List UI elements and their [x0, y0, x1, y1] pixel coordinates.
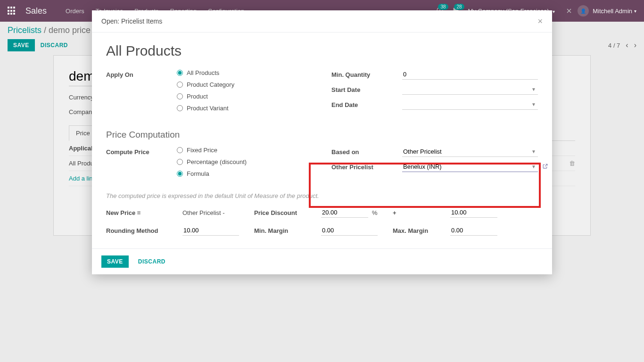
modal-header: Open: Pricelist Items × [92, 10, 552, 33]
end-date-label: End Date [331, 99, 402, 108]
discount-label: Price Discount [254, 209, 306, 216]
surcharge-input[interactable] [450, 207, 497, 218]
min-margin-label: Min. Margin [254, 227, 306, 234]
discount-input[interactable] [321, 207, 368, 218]
price-formula-section: New Price = Rounding Method Other Pricel… [106, 206, 538, 237]
modal-footer: SAVE DISCARD [92, 248, 552, 274]
apply-on-product[interactable]: Product [177, 93, 313, 100]
min-margin-input[interactable] [321, 225, 378, 236]
start-date-input[interactable] [402, 84, 538, 95]
price-computation-heading: Price Computation [106, 130, 538, 140]
apply-on-category[interactable]: Product Category [177, 81, 313, 88]
apply-on-radios: All Products Product Category Product Pr… [177, 69, 313, 116]
compute-formula[interactable]: Formula [177, 170, 313, 177]
max-margin-label: Max. Margin [393, 227, 435, 234]
modal-title: Open: Pricelist Items [101, 17, 162, 25]
modal-discard-button[interactable]: DISCARD [132, 255, 171, 268]
close-icon[interactable]: × [537, 17, 543, 25]
rounding-input[interactable] [182, 225, 239, 236]
help-text: The computed price is expressed in the d… [106, 192, 538, 199]
pricelist-item-modal: Open: Pricelist Items × All Products App… [92, 10, 552, 274]
compute-price-label: Compute Price [106, 147, 177, 156]
external-link-icon[interactable] [542, 163, 548, 171]
start-date-label: Start Date [331, 84, 402, 93]
based-on-select[interactable] [402, 147, 538, 157]
rounding-label: Rounding Method [106, 227, 167, 234]
compute-fixed[interactable]: Fixed Price [177, 147, 313, 154]
apply-on-all[interactable]: All Products [177, 69, 313, 76]
apply-on-variant[interactable]: Product Variant [177, 105, 313, 112]
new-price-label: New Price = [106, 209, 167, 216]
other-pricelist-select[interactable] [402, 162, 538, 172]
min-qty-label: Min. Quantity [331, 69, 402, 78]
apply-on-label: Apply On [106, 69, 177, 78]
plus-label: + [393, 209, 435, 216]
compute-price-radios: Fixed Price Percentage (discount) Formul… [177, 147, 313, 182]
percent-sign: % [372, 209, 378, 216]
new-price-base: Other Pricelist - [182, 209, 225, 216]
modal-heading: All Products [106, 43, 538, 59]
based-on-label: Based on [331, 147, 402, 156]
compute-percent[interactable]: Percentage (discount) [177, 158, 313, 165]
max-margin-input[interactable] [450, 225, 497, 236]
modal-save-button[interactable]: SAVE [101, 255, 129, 268]
other-pricelist-label: Other Pricelist [331, 162, 402, 171]
min-qty-input[interactable] [402, 69, 538, 80]
end-date-input[interactable] [402, 99, 538, 110]
